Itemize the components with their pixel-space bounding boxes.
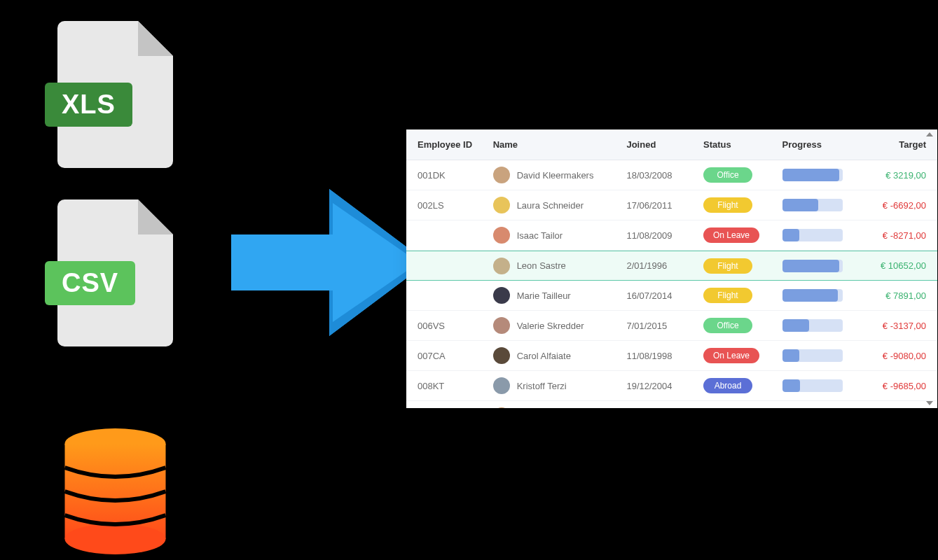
status-badge: On Leave — [703, 227, 759, 243]
cell-name: Valerie Skredder — [493, 317, 627, 334]
avatar — [493, 167, 510, 183]
status-badge: Office — [703, 167, 752, 183]
cell-joined: 7/01/2015 — [626, 321, 703, 331]
cell-progress — [782, 379, 862, 392]
progress-bar — [782, 260, 843, 272]
table-row[interactable]: Leon Sastre2/01/1996Flight€ 10652,00 — [406, 251, 937, 281]
progress-bar — [782, 379, 843, 392]
cell-employee-id: 007CA — [418, 351, 493, 361]
cell-status: Flight — [703, 197, 782, 213]
cell-employee-id: 006VS — [418, 321, 493, 331]
cell-joined: 11/08/1998 — [626, 351, 703, 361]
cell-target: € -6692,00 — [861, 200, 926, 211]
progress-bar — [782, 349, 843, 362]
employee-name: Valerie Skredder — [517, 321, 584, 331]
scroll-down-icon[interactable] — [926, 401, 933, 405]
table-row[interactable]: 007CACarol Alfaiate11/08/1998On Leave€ -… — [406, 341, 937, 371]
cell-name: David Kleermakers — [493, 167, 627, 183]
cell-progress — [782, 260, 862, 272]
progress-fill — [782, 229, 799, 241]
progress-bar — [782, 229, 843, 241]
cell-name: Kristoff Terzi — [493, 377, 627, 394]
cell-name: Leon Sastre — [493, 258, 627, 274]
avatar — [493, 347, 510, 364]
cell-progress — [782, 229, 862, 241]
table-header-row: Employee ID Name Joined Status Progress … — [406, 130, 937, 160]
progress-fill — [782, 379, 801, 392]
csv-file-icon: CSV — [57, 200, 173, 346]
database-icon — [64, 428, 166, 557]
employee-name: Laura Schneider — [517, 200, 584, 211]
progress-bar — [782, 289, 843, 302]
cell-target: € 3219,00 — [861, 170, 926, 181]
cell-target: € -8271,00 — [861, 230, 926, 241]
cell-name: Isaac Tailor — [493, 227, 627, 244]
cell-progress — [782, 349, 862, 362]
employee-name: Isaac Tailor — [517, 230, 563, 241]
status-badge: Flight — [703, 258, 752, 274]
table-row[interactable]: 006VSValerie Skredder7/01/2015Office€ -3… — [406, 311, 937, 341]
cell-target: € -9685,00 — [861, 381, 926, 391]
employee-name: Carol Alfaiate — [517, 351, 571, 361]
header-progress[interactable]: Progress — [782, 139, 862, 150]
cell-target: € 10652,00 — [861, 260, 926, 271]
cell-status: Abroad — [703, 378, 782, 393]
file-shape: CSV — [57, 200, 173, 346]
progress-fill — [782, 169, 840, 181]
cell-progress — [782, 289, 862, 302]
table-row[interactable]: 009RSArthur Skraddare24/04/2007Abroad€ -… — [406, 401, 937, 408]
cell-progress — [782, 319, 862, 332]
status-badge: Abroad — [703, 378, 752, 393]
file-fold-icon — [138, 200, 173, 234]
file-fold-icon — [138, 21, 173, 56]
cell-joined: 16/07/2014 — [626, 290, 703, 301]
table-row[interactable]: Isaac Tailor11/08/2009On Leave€ -8271,00 — [406, 220, 937, 251]
header-target[interactable]: Target — [861, 139, 926, 150]
avatar — [493, 317, 510, 334]
cell-progress — [782, 169, 862, 181]
avatar — [493, 227, 510, 244]
status-badge: Office — [703, 318, 752, 333]
cell-name: Marie Tailleur — [493, 287, 627, 304]
employee-name: Leon Sastre — [517, 260, 566, 271]
progress-fill — [782, 260, 840, 272]
cell-status: Office — [703, 167, 782, 183]
cell-status: On Leave — [703, 227, 782, 243]
status-badge: Flight — [703, 288, 752, 303]
cell-joined: 2/01/1996 — [626, 260, 703, 271]
table-body: 001DKDavid Kleermakers18/03/2008Office€ … — [406, 160, 937, 408]
cell-employee-id: 008KT — [418, 381, 493, 391]
header-name[interactable]: Name — [493, 139, 627, 150]
progress-fill — [782, 289, 838, 302]
header-status[interactable]: Status — [703, 139, 782, 150]
avatar — [493, 197, 510, 214]
table-row[interactable]: 008KTKristoff Terzi19/12/2004Abroad€ -96… — [406, 371, 937, 401]
header-employee-id[interactable]: Employee ID — [418, 139, 493, 150]
scroll-up-icon[interactable] — [926, 132, 933, 136]
table-row[interactable]: 001DKDavid Kleermakers18/03/2008Office€ … — [406, 160, 937, 190]
cell-joined: 19/12/2004 — [626, 381, 703, 391]
table-row[interactable]: Marie Tailleur16/07/2014Flight€ 7891,00 — [406, 281, 937, 311]
xls-label: XLS — [45, 83, 132, 127]
cell-status: Flight — [703, 288, 782, 303]
cell-target: € -9080,00 — [861, 351, 926, 361]
cell-joined: 17/06/2011 — [626, 200, 703, 211]
cell-employee-id: 002LS — [418, 200, 493, 211]
progress-fill — [782, 319, 810, 332]
employee-name: Kristoff Terzi — [517, 381, 567, 391]
cell-joined: 18/03/2008 — [626, 170, 703, 181]
avatar — [493, 258, 510, 274]
employee-name: Marie Tailleur — [517, 290, 571, 301]
progress-fill — [782, 199, 819, 211]
file-shape: XLS — [57, 21, 173, 168]
cell-progress — [782, 199, 862, 211]
cell-target: € 7891,00 — [861, 290, 926, 301]
avatar — [493, 407, 510, 408]
cell-name: Arthur Skraddare — [493, 407, 627, 408]
avatar — [493, 377, 510, 394]
cell-employee-id: 001DK — [418, 170, 493, 181]
cell-target: € -3137,00 — [861, 321, 926, 331]
progress-bar — [782, 319, 843, 332]
table-row[interactable]: 002LSLaura Schneider17/06/2011Flight€ -6… — [406, 190, 937, 220]
header-joined[interactable]: Joined — [626, 139, 703, 150]
